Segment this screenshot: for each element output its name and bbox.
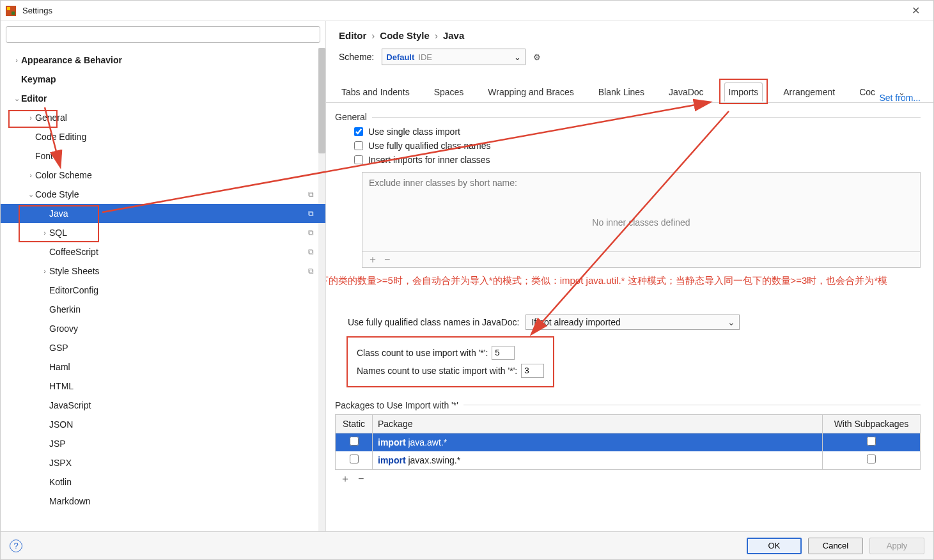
- tree-item-appearance-behavior[interactable]: ›Appearance & Behavior: [1, 51, 325, 70]
- tab-javadoc[interactable]: JavaDoc: [665, 83, 707, 101]
- checkbox-insert-inner[interactable]: [354, 155, 363, 164]
- set-from-link[interactable]: Set from...: [879, 93, 921, 103]
- settings-tree: ›Appearance & BehaviorKeymap⌄Editor›Gene…: [1, 48, 325, 531]
- tree-item-code-style[interactable]: ⌄Code Style⧉: [1, 185, 325, 204]
- tree-item-coffeescript[interactable]: CoffeeScript⧉: [1, 242, 325, 261]
- col-static: Static: [336, 415, 373, 433]
- copy-icon: ⧉: [308, 190, 314, 199]
- tree-item-gherkin[interactable]: Gherkin: [1, 300, 325, 319]
- chevron-icon: ›: [12, 56, 21, 64]
- cancel-button[interactable]: Cancel: [808, 538, 863, 554]
- help-icon[interactable]: ?: [10, 540, 22, 552]
- tree-item-java[interactable]: Java⧉: [1, 204, 325, 223]
- tree-item-font[interactable]: Font: [1, 146, 325, 166]
- checkbox-use-single[interactable]: [354, 127, 363, 136]
- scheme-label: Scheme:: [339, 52, 374, 62]
- names-count-label: Names count to use static import with '*…: [357, 366, 517, 376]
- crumb-0[interactable]: Editor: [339, 30, 366, 41]
- crumb-2: Java: [443, 30, 464, 41]
- tree-item-kotlin[interactable]: Kotlin: [1, 472, 325, 492]
- class-count-input[interactable]: [492, 346, 515, 360]
- tab-wrapping-and-braces[interactable]: Wrapping and Braces: [484, 83, 577, 101]
- check-use-single[interactable]: Use single class import: [335, 125, 921, 139]
- tree-item-gsp[interactable]: GSP: [1, 338, 325, 357]
- ok-button[interactable]: OK: [747, 538, 802, 554]
- names-count-input[interactable]: [521, 364, 544, 378]
- copy-icon: ⧉: [308, 209, 314, 218]
- subpkg-checkbox[interactable]: [867, 437, 876, 446]
- search-input[interactable]: [6, 26, 320, 43]
- packages-table: Static Package With Subpackages import j…: [335, 414, 921, 470]
- tree-item-general[interactable]: ›General: [1, 108, 325, 127]
- col-package: Package: [373, 415, 823, 433]
- chevron-down-icon: ⌄: [514, 52, 521, 62]
- tab-coc[interactable]: Coc: [855, 83, 879, 101]
- tab-imports[interactable]: Imports: [724, 82, 763, 102]
- crumb-1[interactable]: Code Style: [380, 30, 430, 41]
- count-box: Class count to use import with '*': Name…: [346, 336, 554, 387]
- pkg-remove-icon[interactable]: −: [358, 474, 364, 484]
- app-icon: [6, 6, 16, 16]
- breadcrumb: Editor› Code Style› Java: [326, 21, 933, 46]
- copy-icon: ⧉: [308, 267, 314, 276]
- javadoc-label: Use fully qualified class names in JavaD…: [348, 317, 519, 327]
- tab-spaces[interactable]: Spaces: [430, 83, 468, 101]
- annotation-text: 当导入的类都来自同一个包，并且导入同一个包下的类的数量>=5时，会自动合并为导入…: [326, 268, 921, 308]
- tree-item-markdown[interactable]: Markdown: [1, 492, 325, 511]
- window-title: Settings: [22, 6, 903, 15]
- exclude-empty-text: No inner classes defined: [362, 193, 920, 251]
- tab-arrangement[interactable]: Arrangement: [779, 83, 839, 101]
- pkg-add-icon[interactable]: ＋: [340, 474, 350, 484]
- static-checkbox[interactable]: [350, 455, 359, 463]
- close-icon[interactable]: ✕: [903, 4, 928, 17]
- tree-item-javascript[interactable]: JavaScript: [1, 396, 325, 415]
- footer: ? OK Cancel Apply: [1, 531, 933, 559]
- check-insert-inner[interactable]: Insert imports for inner classes: [335, 153, 921, 167]
- table-row[interactable]: import javax.swing.*: [336, 451, 920, 469]
- chevron-icon: ⌄: [12, 95, 21, 103]
- table-row[interactable]: import java.awt.*: [336, 433, 920, 451]
- tree-item-editor[interactable]: ⌄Editor: [1, 89, 325, 108]
- tree-item-color-scheme[interactable]: ›Color Scheme: [1, 166, 325, 185]
- tree-item-code-editing[interactable]: Code Editing: [1, 127, 325, 146]
- tree-item-jsp[interactable]: JSP: [1, 434, 325, 453]
- tree-item-sql[interactable]: ›SQL⧉: [1, 223, 325, 242]
- tree-item-keymap[interactable]: Keymap: [1, 70, 325, 89]
- chevron-icon: ›: [40, 267, 49, 275]
- tree-item-haml[interactable]: Haml: [1, 357, 325, 377]
- sidebar: 🔍 ›Appearance & BehaviorKeymap⌄Editor›Ge…: [1, 21, 326, 531]
- scheme-select[interactable]: DefaultIDE ⌄: [382, 49, 525, 65]
- javadoc-select[interactable]: If not already imported: [525, 315, 740, 330]
- tree-item-style-sheets[interactable]: ›Style Sheets⧉: [1, 261, 325, 281]
- chevron-icon: ›: [40, 229, 49, 237]
- svg-rect-2: [12, 12, 15, 15]
- tree-item-groovy[interactable]: Groovy: [1, 319, 325, 338]
- section-general: General: [335, 112, 367, 122]
- exclude-input[interactable]: [362, 173, 920, 193]
- subpkg-checkbox[interactable]: [867, 455, 876, 463]
- copy-icon: ⧉: [308, 228, 314, 237]
- chevron-icon: ›: [26, 171, 35, 179]
- titlebar: Settings ✕: [1, 1, 933, 21]
- main-panel: Editor› Code Style› Java Scheme: Default…: [326, 21, 933, 531]
- static-checkbox[interactable]: [350, 437, 359, 446]
- tree-item-json[interactable]: JSON: [1, 415, 325, 434]
- tabs: Tabs and IndentsSpacesWrapping and Brace…: [326, 82, 933, 103]
- tab-blank-lines[interactable]: Blank Lines: [595, 83, 648, 101]
- remove-icon[interactable]: −: [384, 254, 390, 265]
- apply-button[interactable]: Apply: [869, 538, 924, 554]
- tree-item-editorconfig[interactable]: EditorConfig: [1, 281, 325, 300]
- col-subpackages: With Subpackages: [823, 415, 920, 433]
- class-count-label: Class count to use import with '*':: [357, 348, 488, 358]
- add-icon[interactable]: ＋: [368, 254, 378, 265]
- checkbox-use-fqn[interactable]: [354, 141, 363, 150]
- tree-item-jspx[interactable]: JSPX: [1, 453, 325, 472]
- chevron-icon: ›: [26, 114, 35, 121]
- tree-item-html[interactable]: HTML: [1, 377, 325, 396]
- section-packages: Packages to Use Import with '*': [335, 400, 458, 410]
- chevron-icon: ⌄: [26, 191, 35, 199]
- check-use-fqn[interactable]: Use fully qualified class names: [335, 139, 921, 153]
- gear-icon[interactable]: ⚙: [533, 52, 541, 62]
- tab-tabs-and-indents[interactable]: Tabs and Indents: [338, 83, 414, 101]
- svg-rect-1: [7, 7, 10, 10]
